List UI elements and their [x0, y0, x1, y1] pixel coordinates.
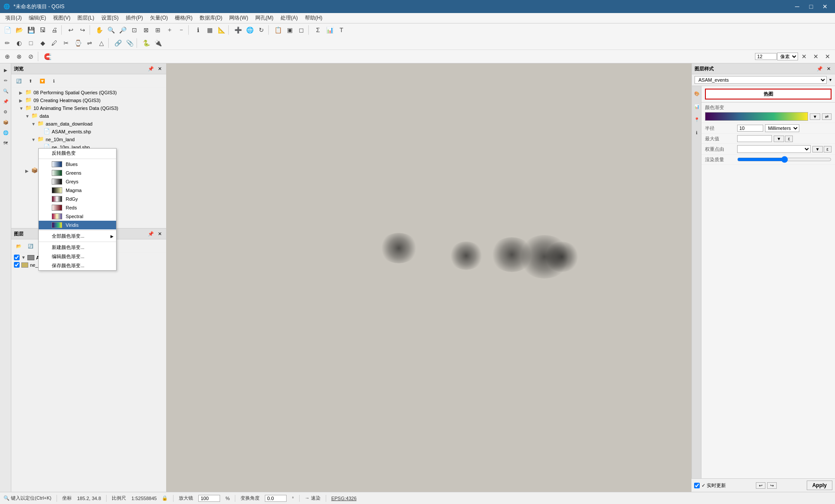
browser-pin-btn[interactable]: 📌	[147, 65, 155, 73]
tb-print[interactable]: 🖨	[49, 24, 60, 36]
layer-checkbox-asam[interactable]	[14, 255, 20, 260]
menu-web[interactable]: 网络(W)	[226, 13, 251, 23]
tb-stat[interactable]: Σ	[312, 24, 324, 36]
tb2-11[interactable]: 📎	[124, 37, 135, 49]
color-option-save[interactable]: 保存颜色渐变...	[39, 261, 116, 270]
color-option-invert[interactable]: 反转颜色变	[39, 149, 116, 158]
browser-tb-1[interactable]: 🔄	[13, 75, 24, 86]
tb-pan[interactable]: ✋	[94, 24, 105, 36]
layer-style-pin[interactable]: 📌	[816, 65, 824, 73]
tb-save-as[interactable]: 🖫	[37, 24, 48, 36]
tb2-9[interactable]: △	[96, 37, 107, 49]
tb-refresh[interactable]: ↻	[256, 24, 267, 36]
tree-item-5[interactable]: 📄 ASAM_events.shp	[11, 128, 166, 136]
iconbar-1[interactable]: ▶	[1, 65, 10, 75]
tree-item-4[interactable]: ▼ 📁 asam_data_download	[11, 120, 166, 128]
color-option-reds[interactable]: Reds	[39, 203, 116, 212]
status-rotation-input[interactable]	[265, 495, 287, 502]
color-ramp-edit-btn[interactable]: ▼	[810, 113, 820, 120]
apply-button[interactable]: Apply	[807, 481, 832, 490]
realtime-checkbox[interactable]	[694, 483, 700, 488]
color-option-new[interactable]: 新建颜色渐变...	[39, 243, 116, 252]
menu-plugins[interactable]: 插件(P)	[122, 13, 147, 23]
undo-style-btn[interactable]: ↩	[756, 482, 765, 489]
iconbar-7[interactable]: 🌐	[1, 128, 10, 137]
tb2-7[interactable]: ⌚	[72, 37, 84, 49]
tree-item-6[interactable]: ▼ 📁 ne_10m_land	[11, 136, 166, 143]
layers-pin-btn[interactable]: 📌	[147, 230, 155, 238]
tb-select-feature[interactable]: ▣	[284, 24, 295, 36]
color-option-viridis[interactable]: Viridis	[39, 221, 116, 229]
iconbar-3[interactable]: 🔍	[1, 86, 10, 96]
color-option-blues[interactable]: Blues	[39, 160, 116, 169]
color-option-all[interactable]: 全部颜色渐变...	[39, 232, 116, 241]
menu-help[interactable]: 帮助(H)	[301, 13, 326, 23]
map-canvas[interactable]	[166, 63, 691, 504]
layers-tb-1[interactable]: 📂	[13, 240, 24, 252]
iconbar-4[interactable]: 📌	[1, 96, 10, 106]
iconbar-2[interactable]: ✏	[1, 76, 10, 85]
layers-tb-2[interactable]: 🔄	[25, 240, 36, 252]
weight-point-select[interactable]	[737, 145, 811, 153]
minimize-button[interactable]: ─	[791, 0, 804, 13]
browser-tb-2[interactable]: ⬆	[25, 75, 36, 86]
tb2-1[interactable]: ✏	[2, 37, 13, 49]
tree-item-2[interactable]: ▼ 📁 10 Animating Time Series Data (QGIS3…	[11, 104, 166, 112]
color-option-edit[interactable]: 编辑颜色渐变...	[39, 252, 116, 261]
close-button[interactable]: ✕	[818, 0, 832, 13]
tb-zoom-out2[interactable]: －	[176, 24, 187, 36]
browser-tb-4[interactable]: ℹ	[48, 75, 60, 86]
tree-item-1[interactable]: ▶ 📁 09 Creating Heatmaps (QGIS3)	[11, 96, 166, 104]
tb-attr-table[interactable]: 📋	[272, 24, 284, 36]
color-option-magma[interactable]: Magma	[39, 186, 116, 195]
status-magnify-input[interactable]	[198, 495, 220, 502]
tree-item-3[interactable]: ▼ 📁 data	[11, 112, 166, 120]
tb-undo[interactable]: ↩	[65, 24, 77, 36]
max-value-expr-btn[interactable]: ε	[785, 136, 793, 142]
tb2-13[interactable]: 🔌	[152, 37, 164, 49]
tb-save[interactable]: 💾	[25, 24, 37, 36]
style-icon-4[interactable]: ℹ	[691, 127, 702, 138]
tb-identify[interactable]: ℹ	[192, 24, 204, 36]
renderer-type-box[interactable]: 热图	[705, 89, 832, 99]
browser-tb-3[interactable]: 🔽	[37, 75, 48, 86]
style-icon-2[interactable]: 📊	[691, 101, 702, 112]
tb-zoom-in2[interactable]: ＋	[164, 24, 175, 36]
menu-vector[interactable]: 矢量(O)	[147, 13, 171, 23]
menu-view[interactable]: 视图(V)	[50, 13, 74, 23]
layer-checkbox-ne10m[interactable]	[14, 262, 20, 268]
max-value-set-btn[interactable]: ▼	[774, 136, 784, 142]
tb3-italic[interactable]: ✕	[810, 51, 822, 62]
tb-add-wms[interactable]: 🌐	[244, 24, 255, 36]
color-invert-btn[interactable]: ⇌	[822, 113, 832, 120]
tb2-2[interactable]: ◐	[13, 37, 25, 49]
color-option-greens[interactable]: Greens	[39, 169, 116, 177]
menu-layer[interactable]: 图层(L)	[74, 13, 98, 23]
status-crs-label[interactable]: EPSG:4326	[331, 496, 357, 501]
layers-close-btn[interactable]: ✕	[156, 230, 164, 238]
tb-text[interactable]: T	[336, 24, 347, 36]
iconbar-6[interactable]: 📦	[1, 117, 10, 127]
color-option-spectral[interactable]: Spectral	[39, 212, 116, 221]
tb2-5[interactable]: 🖊	[49, 37, 60, 49]
redo-style-btn[interactable]: ↪	[767, 482, 777, 489]
font-unit-select[interactable]: 像素	[777, 53, 798, 60]
tb-measure[interactable]: 📐	[216, 24, 227, 36]
tb2-4[interactable]: ◆	[37, 37, 48, 49]
max-value-input[interactable]	[737, 135, 772, 142]
tb3-1[interactable]: ⊕	[2, 51, 13, 62]
tb-zoom-select[interactable]: ⊞	[152, 24, 164, 36]
color-ramp-dropdown-trigger[interactable]	[705, 112, 808, 121]
layer-style-close[interactable]: ✕	[825, 65, 832, 73]
iconbar-5[interactable]: ⚙	[1, 107, 10, 116]
menu-database[interactable]: 数据库(D)	[196, 13, 226, 23]
style-icon-1[interactable]: 🎨	[691, 88, 702, 99]
radius-unit-select[interactable]: Millimeters Pixels	[765, 124, 799, 132]
tb-zoom-in[interactable]: 🔍	[105, 24, 117, 36]
tb3-bold[interactable]: ✕	[798, 51, 810, 62]
weight-point-expr[interactable]: ε	[824, 146, 832, 153]
iconbar-8[interactable]: 🗺	[1, 138, 10, 148]
font-size-input[interactable]	[755, 53, 777, 60]
tb3-underline[interactable]: ✕	[822, 51, 833, 62]
style-icon-3[interactable]: 📍	[691, 114, 702, 125]
